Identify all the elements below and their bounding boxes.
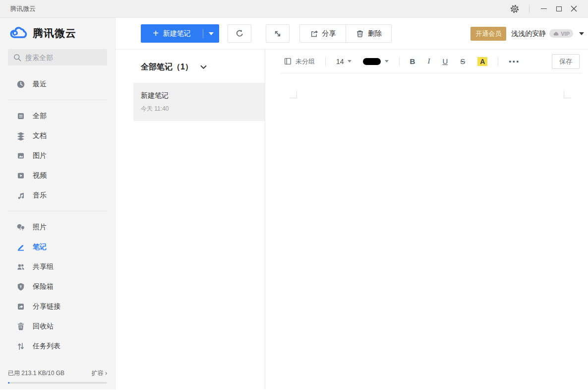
sidebar-item-label: 保险箱 [33,282,54,291]
file-list-icon [16,112,25,121]
sidebar-item-label: 视频 [33,171,47,180]
close-icon [571,5,577,12]
chevron-down-icon [200,65,207,69]
sidebar-item-label: 全部 [33,112,47,121]
sidebar-item-pictures[interactable]: 图片 [0,146,115,166]
weiyun-cloud-logo-icon [8,25,29,41]
minimize-button[interactable] [536,2,551,15]
notebook-group-icon [284,57,292,65]
share-delete-button-group: 分享 删除 [299,24,392,43]
toolbar-divider [498,57,498,66]
storage-expand-link[interactable]: 扩容 › [92,369,107,378]
maximize-button[interactable] [551,2,566,15]
sidebar-item-videos[interactable]: 视频 [0,166,115,186]
text-boundary-corner-right [564,91,571,98]
sidebar-item-safe-box[interactable]: 保险箱 [0,277,115,297]
maximize-icon [556,6,562,11]
font-size-value: 14 [336,58,344,65]
sidebar-item-music[interactable]: 音乐 [0,186,115,205]
italic-button[interactable]: I [427,57,430,65]
sidebar-item-notes[interactable]: 笔记 [0,237,115,257]
app-logo: 腾讯微云 [0,18,115,41]
delete-button[interactable]: 删除 [346,25,391,42]
underline-button[interactable]: U [442,57,448,65]
sidebar-item-label: 笔记 [33,243,47,252]
titlebar: 腾讯微云 [0,0,588,18]
trash-icon [355,29,364,38]
sidebar-item-all[interactable]: 全部 [0,106,115,126]
vip-cloud-icon [553,31,559,36]
vip-label: VIP [561,31,570,37]
font-color-swatch [363,58,381,65]
settings-gear-icon[interactable] [510,4,519,13]
expand-diagonal-icon [273,29,282,38]
window-title: 腾讯微云 [10,4,36,13]
note-timestamp: 今天 11:40 [141,105,259,113]
sidebar-item-label: 最近 [33,80,47,89]
new-note-button[interactable]: + 新建笔记 [141,24,203,43]
sidebar-item-label: 照片 [33,223,47,232]
new-note-split-button[interactable]: + 新建笔记 [141,24,219,43]
sidebar-item-label: 图片 [33,151,47,160]
trash-icon [16,322,25,331]
note-group-selector[interactable]: 未分组 [280,57,315,66]
more-options-button[interactable]: ••• [509,58,520,65]
toolbar-divider [325,57,326,66]
storage-section: 已用 213.1 KB/10 GB 扩容 › [8,369,107,384]
share-link-icon [16,302,25,311]
search-box[interactable] [8,49,107,65]
video-play-icon [16,171,25,180]
sidebar-item-task-list[interactable]: 任务列表 [0,336,115,356]
notes-filter-dropdown[interactable] [200,65,207,69]
font-color-selector[interactable] [363,58,389,65]
sidebar-item-recent[interactable]: 最近 [0,74,115,94]
strikethrough-button[interactable]: S [460,57,465,65]
sidebar-item-shared-group[interactable]: 共享组 [0,257,115,277]
refresh-button[interactable] [228,24,251,43]
top-toolbar: + 新建笔记 [116,18,588,50]
titlebar-divider [529,5,529,13]
user-menu-caret[interactable] [579,32,584,35]
app-logo-text: 腾讯微云 [33,26,76,40]
note-title: 新建笔记 [141,91,259,100]
sidebar-item-recycle-bin[interactable]: 回收站 [0,317,115,336]
sidebar-item-share-links[interactable]: 分享链接 [0,297,115,317]
sidebar-item-photos[interactable]: 照片 [0,217,115,237]
layers-icon [16,131,25,140]
chevron-down-icon [209,32,214,35]
new-note-dropdown-button[interactable] [203,24,219,43]
clock-icon [16,80,25,89]
share-label: 分享 [322,29,336,38]
balloons-icon [16,223,25,232]
image-icon [16,151,25,160]
pencil-icon [16,243,25,252]
notes-list-title: 全部笔记（1） [141,62,193,72]
sidebar-item-documents[interactable]: 文档 [0,126,115,146]
delete-label: 删除 [368,29,382,38]
sidebar-item-label: 回收站 [33,322,54,331]
note-content-area[interactable] [265,73,588,390]
bold-button[interactable]: B [410,57,415,65]
sidebar-item-label: 共享组 [33,262,54,271]
note-group-label: 未分组 [295,57,315,66]
music-note-icon [16,191,25,200]
share-button[interactable]: 分享 [300,25,346,42]
sidebar-divider [8,100,107,100]
highlight-button[interactable]: A [477,57,487,66]
sidebar-divider [8,211,107,211]
shield-lock-icon [16,282,25,291]
save-button[interactable]: 保存 [552,54,580,69]
chevron-down-icon [348,60,352,63]
search-input[interactable] [25,54,102,62]
search-icon [13,54,21,62]
expand-button[interactable] [266,24,290,43]
open-membership-button[interactable]: 开通会员 [470,27,506,41]
font-size-selector[interactable]: 14 [336,58,352,65]
note-list-item[interactable]: 新建笔记 今天 11:40 [133,83,265,121]
chevron-down-icon [385,60,389,63]
minimize-icon [541,8,547,9]
plus-icon: + [153,28,159,38]
sidebar-item-label: 文档 [33,131,47,140]
toolbar-divider [399,57,400,66]
close-button[interactable] [566,2,581,15]
